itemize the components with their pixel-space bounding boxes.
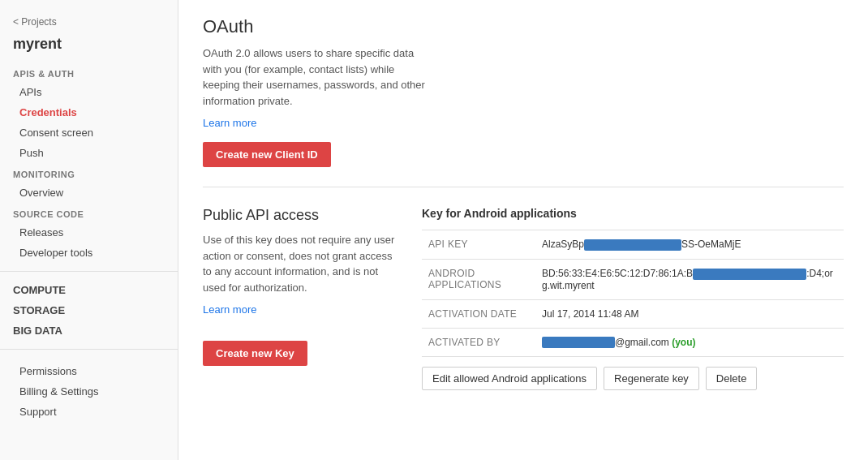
projects-label: < Projects — [13, 16, 57, 28]
you-label: (you) — [672, 337, 695, 348]
api-key-prefix: AlzaSyBp — [542, 239, 584, 250]
section-title-apis: APIS & AUTH — [0, 62, 178, 82]
create-client-id-button[interactable]: Create new Client ID — [203, 142, 331, 167]
api-key-value: AlzaSyBpSS-OeMaMjE — [535, 230, 844, 260]
android-apps-redacted — [693, 269, 806, 280]
sidebar-item-apis[interactable]: APIs — [0, 82, 178, 102]
public-api-title: Public API access — [203, 207, 397, 224]
sidebar-item-push[interactable]: Push — [0, 143, 178, 163]
projects-link[interactable]: < Projects — [0, 13, 178, 34]
table-row: ACTIVATION DATE Jul 17, 2014 11:48 AM — [422, 299, 844, 328]
project-name: myrent — [0, 34, 178, 62]
key-panel-title: Key for Android applications — [422, 207, 844, 220]
sidebar-item-consent[interactable]: Consent screen — [0, 123, 178, 143]
section-title-source: SOURCE CODE — [0, 203, 178, 222]
main-content: OAuth OAuth 2.0 allows users to share sp… — [178, 0, 868, 460]
activated-by-label: ACTIVATED BY — [422, 328, 535, 357]
android-apps-value: BD:56:33:E4:E6:5C:12:D7:86:1A:B:D4;org.w… — [535, 259, 844, 299]
oauth-learn-more[interactable]: Learn more — [203, 117, 256, 129]
api-access-left: Public API access Use of this key does n… — [203, 207, 397, 366]
regenerate-key-button[interactable]: Regenerate key — [604, 367, 699, 390]
create-new-key-button[interactable]: Create new Key — [203, 341, 307, 366]
api-key-label: API KEY — [422, 230, 535, 260]
table-row: ACTIVATED BY @gmail.com (you) — [422, 328, 844, 357]
activated-by-redacted — [542, 337, 615, 348]
sidebar-item-releases[interactable]: Releases — [0, 222, 178, 243]
api-access-right: Key for Android applications API KEY Alz… — [422, 207, 844, 390]
activated-by-email: @gmail.com — [615, 337, 672, 348]
api-key-suffix: SS-OeMaMjE — [681, 239, 741, 250]
sidebar-item-support[interactable]: Support — [0, 402, 178, 422]
action-buttons: Edit allowed Android applications Regene… — [422, 367, 844, 390]
api-access-section: Public API access Use of this key does n… — [203, 207, 844, 390]
sidebar-item-compute[interactable]: COMPUTE — [0, 280, 178, 300]
section-title-monitoring: MONITORING — [0, 163, 178, 183]
sidebar-item-developer-tools[interactable]: Developer tools — [0, 243, 178, 263]
sidebar-item-overview[interactable]: Overview — [0, 183, 178, 203]
android-apps-label: ANDROIDAPPLICATIONS — [422, 259, 535, 299]
public-api-description: Use of this key does not require any use… — [203, 232, 397, 295]
sidebar-item-permissions[interactable]: Permissions — [0, 361, 178, 381]
sidebar-item-billing[interactable]: Billing & Settings — [0, 381, 178, 402]
activated-by-value: @gmail.com (you) — [535, 328, 844, 357]
table-row: ANDROIDAPPLICATIONS BD:56:33:E4:E6:5C:12… — [422, 259, 844, 299]
table-row: API KEY AlzaSyBpSS-OeMaMjE — [422, 230, 844, 260]
activation-date-label: ACTIVATION DATE — [422, 299, 535, 328]
key-table: API KEY AlzaSyBpSS-OeMaMjE ANDROIDAPPLIC… — [422, 230, 844, 357]
oauth-description: OAuth 2.0 allows users to share specific… — [203, 45, 430, 109]
api-key-redacted — [584, 239, 681, 251]
oauth-title: OAuth — [203, 16, 844, 37]
activation-date-value: Jul 17, 2014 11:48 AM — [535, 299, 844, 328]
edit-android-apps-button[interactable]: Edit allowed Android applications — [422, 367, 597, 390]
sidebar: < Projects myrent APIS & AUTH APIs Crede… — [0, 0, 178, 460]
android-apps-prefix: BD:56:33:E4:E6:5C:12:D7:86:1A:B — [542, 268, 693, 279]
sidebar-item-bigdata[interactable]: BIG DATA — [0, 320, 178, 341]
public-api-learn-more[interactable]: Learn more — [203, 303, 256, 316]
sidebar-item-storage[interactable]: STORAGE — [0, 300, 178, 320]
sidebar-item-credentials[interactable]: Credentials — [0, 102, 178, 123]
section-divider — [203, 187, 844, 187]
delete-button[interactable]: Delete — [706, 367, 758, 390]
